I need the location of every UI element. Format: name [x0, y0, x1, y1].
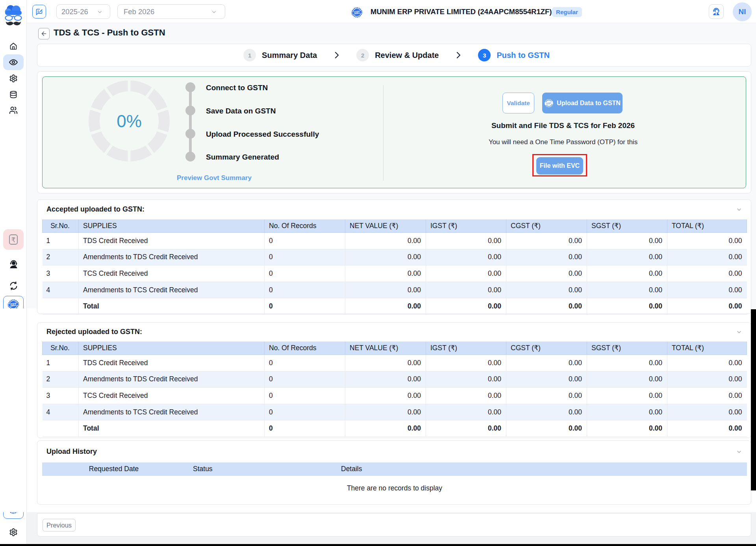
svg-text:₹: ₹	[11, 236, 16, 244]
svg-text:0%: 0%	[117, 111, 142, 131]
